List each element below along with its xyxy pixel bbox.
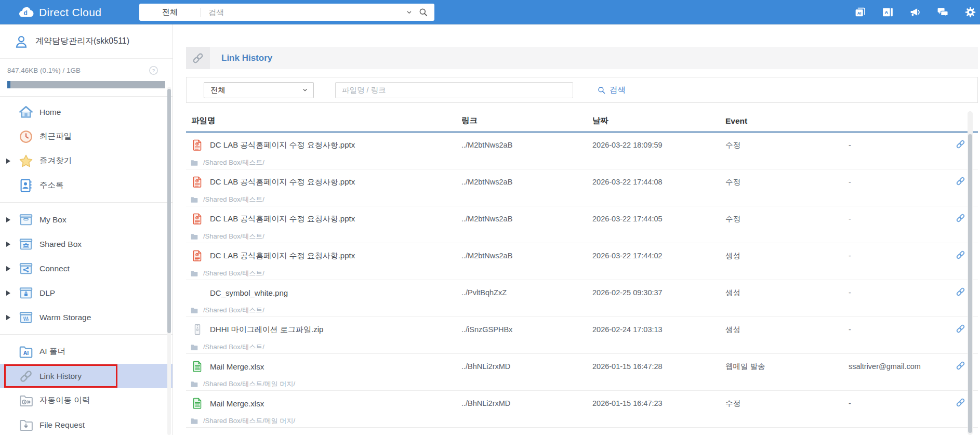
sidebar-item-file-request[interactable]: File Request [0,413,173,435]
sidebar-item-label: 즐겨찾기 [39,155,72,166]
global-search-scope[interactable]: 전체 [139,7,201,17]
event-date: 2026-03-22 18:09:59 [588,141,721,149]
file-name[interactable]: DHHI 마이그레이션 로그파일.zip [210,325,323,335]
event-date: 2026-02-24 17:03:13 [588,325,721,334]
help-icon[interactable] [148,65,159,76]
link-icon[interactable] [955,360,966,371]
xlsx-file-icon [191,360,204,373]
sidebar-item-dlp[interactable]: DLP [0,281,173,305]
sidebar-scrollbar[interactable] [167,87,171,435]
global-search-input[interactable] [201,4,405,21]
filter-bar: 전체 검색 [186,77,978,103]
link-token[interactable]: ../BhNLi2rxMD [457,399,588,407]
table-row: Mail Merge.xlsx ../BhNLi2rxMD 2026-01-15… [186,391,978,428]
link-token[interactable]: ../M2btNws2aB [457,178,588,186]
expand-arrow-icon[interactable] [6,266,11,271]
link-token[interactable]: ../PvltBqhZxZ [457,288,588,297]
file-name[interactable]: DC LAB 공식홈페이지 수정 요청사항.pptx [210,177,355,187]
ai-documents-icon[interactable] [854,6,867,19]
sidebar-item-address-book[interactable]: 주소록 [0,173,173,197]
storage-usage-text: 847.46KB (0.1%) / 1GB [7,67,81,74]
sidebar-item-label: 자동이동 이력 [39,395,90,406]
link-token[interactable]: ../M2btNws2aB [457,141,588,149]
link-token[interactable]: ../BhNLi2rxMD [457,362,588,371]
link-icon[interactable] [955,286,966,297]
link-token[interactable]: ../iSnzGSPHBx [457,325,588,334]
sidebar-item-home[interactable]: Home [0,100,173,124]
search-icon[interactable] [418,7,428,17]
expand-arrow-icon[interactable] [6,159,11,164]
storage-progress-fill [7,81,10,88]
sidebar-item-ai-folder[interactable]: AI 폴더 [0,339,173,364]
column-date[interactable]: 날짜 [588,115,721,126]
warm-icon [18,310,34,325]
file-name[interactable]: DC LAB 공식홈페이지 수정 요청사항.pptx [210,140,355,150]
sidebar-item-label: Link History [39,372,82,381]
page-header-icon-box [186,47,210,69]
link-token[interactable]: ../M2btNws2aB [457,215,588,223]
table-header: 파일명 링크 날짜 Event [186,110,978,133]
file-name[interactable]: DC LAB 공식홈페이지 수정 요청사항.pptx [210,251,355,261]
main-scrollbar-thumb[interactable] [968,134,972,433]
event-type: 수정 [721,177,844,187]
ai-assistant-icon[interactable] [881,6,894,19]
link-icon[interactable] [955,176,966,187]
event-type: 생성 [721,288,844,298]
sidebar-item-auto-move-history[interactable]: 자동이동 이력 [0,388,173,413]
search-button[interactable]: 검색 [597,85,626,96]
link-icon[interactable] [955,139,966,150]
file-name[interactable]: DC_symbol_white.png [210,288,288,297]
filename-link-input[interactable] [335,82,573,98]
sidebar-item-shared-box[interactable]: Shared Box [0,232,173,256]
sidebar-item-recent-files[interactable]: 최근파일 [0,124,173,149]
link-icon[interactable] [955,323,966,334]
link-icon[interactable] [955,249,966,260]
sidebar-item-connect[interactable]: Connect [0,256,173,281]
event-date: 2026-03-22 17:44:05 [588,215,721,223]
link-token[interactable]: ../M2btNws2aB [457,252,588,260]
main-scrollbar[interactable] [968,111,973,435]
logo[interactable]: Direct Cloud [18,0,101,24]
megaphone-icon[interactable] [909,6,922,19]
sidebar-item-warm-storage[interactable]: Warm Storage [0,305,173,329]
sidebar: 계약담당관리자(skk0511) 847.46KB (0.1%) / 1GB H… [0,24,173,435]
file-path-row: /Shared Box/테스트/메일 머지/ [186,377,978,390]
column-filename[interactable]: 파일명 [186,115,457,126]
file-name[interactable]: Mail Merge.xlsx [210,362,264,371]
link-icon[interactable] [955,213,966,223]
sidebar-divider [0,202,173,203]
search-scope-caret-icon[interactable] [405,8,413,16]
folder-icon [190,306,198,314]
event-type-select[interactable]: 전체 [204,82,314,98]
filerequest-icon [18,417,34,433]
sidebar-scrollbar-thumb[interactable] [167,89,171,333]
sharedbox-icon [18,236,34,252]
sidebar-item-my-box[interactable]: My Box [0,207,173,232]
file-name[interactable]: Mail Merge.xlsx [210,399,264,408]
recipient: - [844,325,951,334]
user-profile[interactable]: 계약담당관리자(skk0511) [0,24,173,59]
cloud-logo-icon [18,4,34,21]
recipient: - [844,252,951,260]
contacts-icon [18,178,34,193]
table-body: DC LAB 공식홈페이지 수정 요청사항.pptx ../M2btNws2aB… [186,133,978,428]
expand-arrow-icon[interactable] [6,315,11,320]
expand-arrow-icon[interactable] [6,217,11,222]
folder-icon [190,269,198,278]
column-link[interactable]: 링크 [457,115,588,126]
file-name[interactable]: DC LAB 공식홈페이지 수정 요청사항.pptx [210,214,355,224]
file-path-row: /Shared Box/테스트/ [186,193,978,206]
expand-arrow-icon[interactable] [6,242,11,247]
settings-gear-icon[interactable] [964,6,977,19]
file-path: /Shared Box/테스트/ [203,306,264,315]
chat-icon[interactable] [936,6,949,19]
expand-arrow-icon[interactable] [6,291,11,296]
link-icon[interactable] [955,397,966,408]
sidebar-item-favorites[interactable]: 즐겨찾기 [0,149,173,173]
sidebar-item-link-history[interactable]: Link History [0,364,173,388]
event-date: 2026-03-22 17:44:02 [588,252,721,260]
topbar-icons [854,0,977,24]
column-event[interactable]: Event [721,116,844,126]
file-path-row: /Shared Box/테스트/메일 머지/ [186,414,978,427]
global-search: 전체 [139,4,434,21]
